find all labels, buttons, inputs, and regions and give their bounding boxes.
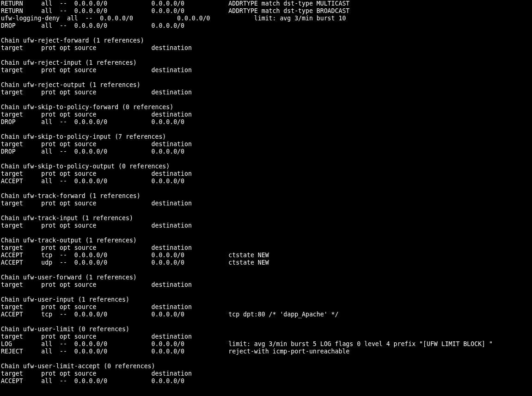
terminal-line [1,74,532,81]
terminal-line: DROP all -- 0.0.0.0/0 0.0.0.0/0 [1,118,532,126]
terminal-line: target prot opt source destination [1,200,532,207]
terminal-line: target prot opt source destination [1,333,532,340]
terminal-line [1,185,532,192]
terminal-line: target prot opt source destination [1,222,532,229]
terminal-line: LOG all -- 0.0.0.0/0 0.0.0.0/0 limit: av… [1,340,532,348]
terminal-line [1,126,532,133]
terminal-line: ACCEPT udp -- 0.0.0.0/0 0.0.0.0/0 ctstat… [1,259,532,266]
terminal-line: target prot opt source destination [1,281,532,289]
terminal-line: Chain ufw-reject-forward (1 references) [1,37,532,44]
terminal-line: Chain ufw-track-output (1 references) [1,237,532,244]
terminal-line: Chain ufw-user-limit-accept (0 reference… [1,363,532,370]
terminal-line: target prot opt source destination [1,141,532,148]
terminal-line [1,96,532,104]
terminal-line: Chain ufw-user-limit (0 references) [1,326,532,333]
terminal-line: Chain ufw-reject-input (1 references) [1,59,532,67]
terminal-line [1,266,532,274]
terminal-line: Chain ufw-reject-output (1 references) [1,81,532,89]
terminal-line: ACCEPT all -- 0.0.0.0/0 0.0.0.0/0 [1,178,532,185]
terminal-line: target prot opt source destination [1,111,532,118]
terminal-line: target prot opt source destination [1,44,532,52]
terminal-line: ACCEPT tcp -- 0.0.0.0/0 0.0.0.0/0 ctstat… [1,252,532,259]
terminal-line [1,355,532,363]
terminal-line: Chain ufw-user-forward (1 references) [1,274,532,281]
terminal-line: REJECT all -- 0.0.0.0/0 0.0.0.0/0 reject… [1,348,532,355]
terminal-line: Chain ufw-user-input (1 references) [1,296,532,303]
terminal-line [1,30,532,37]
terminal-line: Chain ufw-skip-to-policy-forward (0 refe… [1,104,532,111]
terminal-line: DROP all -- 0.0.0.0/0 0.0.0.0/0 [1,22,532,30]
terminal-output[interactable]: RETURN all -- 0.0.0.0/0 0.0.0.0/0 ADDRTY… [0,0,532,392]
terminal-line: target prot opt source destination [1,170,532,178]
terminal-line: target prot opt source destination [1,303,532,311]
terminal-line: target prot opt source destination [1,67,532,74]
terminal-line: RETURN all -- 0.0.0.0/0 0.0.0.0/0 ADDRTY… [1,0,532,7]
terminal-line [1,155,532,163]
terminal-line: Chain ufw-track-input (1 references) [1,215,532,222]
terminal-line: Chain ufw-track-forward (1 references) [1,192,532,200]
terminal-line: target prot opt source destination [1,370,532,377]
terminal-line [1,207,532,215]
terminal-line [1,318,532,326]
terminal-line [1,229,532,237]
terminal-line: DROP all -- 0.0.0.0/0 0.0.0.0/0 [1,148,532,155]
terminal-line [1,52,532,59]
terminal-line: ACCEPT tcp -- 0.0.0.0/0 0.0.0.0/0 tcp dp… [1,311,532,318]
terminal-line: Chain ufw-skip-to-policy-output (0 refer… [1,163,532,170]
terminal-line [1,385,532,392]
terminal-line: ufw-logging-deny all -- 0.0.0.0/0 0.0.0.… [1,15,532,22]
terminal-line [1,289,532,296]
terminal-line: RETURN all -- 0.0.0.0/0 0.0.0.0/0 ADDRTY… [1,7,532,15]
terminal-line: ACCEPT all -- 0.0.0.0/0 0.0.0.0/0 [1,377,532,385]
terminal-line: Chain ufw-skip-to-policy-input (7 refere… [1,133,532,141]
terminal-line: target prot opt source destination [1,244,532,252]
terminal-line: target prot opt source destination [1,89,532,96]
